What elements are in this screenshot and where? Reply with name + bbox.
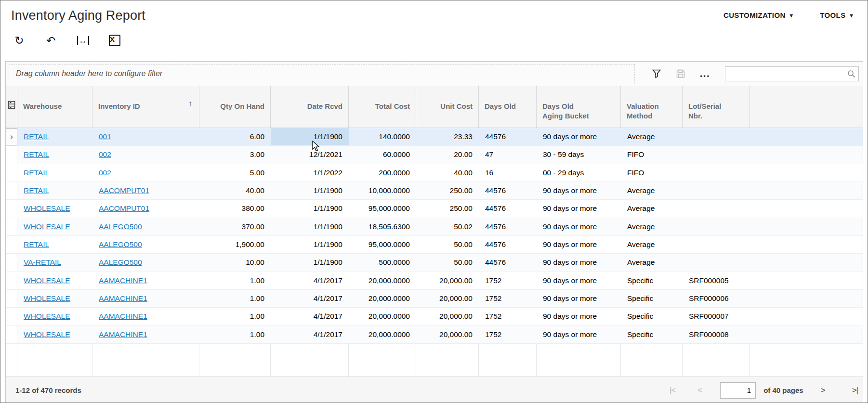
cell-days-old[interactable]: 1752	[479, 308, 537, 325]
cell-date-rcvd[interactable]: 1/1/2022	[271, 164, 349, 182]
cell-qty-on-hand[interactable]: 380.00	[199, 200, 271, 217]
cell-unit-cost[interactable]: 50.00	[416, 254, 479, 271]
cell-date-rcvd[interactable]: 1/1/1900	[271, 128, 349, 145]
cell-date-rcvd[interactable]: 1/1/1900	[271, 218, 349, 235]
cell-warehouse[interactable]: WHOLESALE	[17, 308, 92, 325]
cell-lot-serial[interactable]	[683, 146, 750, 163]
cell-total-cost[interactable]: 18,505.6300	[349, 218, 416, 235]
warehouse-link[interactable]: WHOLESALE	[24, 330, 70, 338]
cell-days-old[interactable]: 44576	[479, 182, 537, 199]
column-header-warehouse[interactable]: Warehouse	[17, 86, 92, 128]
cell-lot-serial[interactable]: SRF000006	[683, 290, 750, 307]
row-selector-cell[interactable]	[6, 308, 17, 325]
cell-inventory-id[interactable]: AAMACHINE1	[92, 290, 199, 307]
inventory-id-link[interactable]: 001	[99, 132, 111, 141]
cell-unit-cost[interactable]: 250.00	[416, 182, 479, 199]
grid-options-button[interactable]: •••	[700, 68, 710, 79]
cell-warehouse[interactable]: WHOLESALE	[17, 200, 92, 217]
customization-menu[interactable]: CUSTOMIZATION ▾	[723, 11, 793, 19]
cell-total-cost[interactable]: 20,000.0000	[349, 272, 416, 289]
cell-qty-on-hand[interactable]: 10.00	[199, 254, 271, 271]
row-selector-cell[interactable]: ›	[6, 128, 17, 145]
cell-aging-bucket[interactable]: 90 days or more	[537, 182, 621, 199]
cell-qty-on-hand[interactable]: 6.00	[199, 128, 271, 145]
cell-date-rcvd[interactable]: 1/1/1900	[271, 254, 349, 271]
cell-total-cost[interactable]: 500.0000	[349, 254, 416, 271]
cell-unit-cost[interactable]: 20.00	[416, 146, 479, 163]
cell-aging-bucket[interactable]: 90 days or more	[537, 290, 621, 307]
cell-aging-bucket[interactable]: 30 - 59 days	[537, 146, 621, 163]
inventory-id-link[interactable]: AACOMPUT01	[99, 204, 149, 212]
cell-inventory-id[interactable]: AALEGO500	[92, 236, 199, 253]
cell-days-old[interactable]: 16	[479, 164, 537, 182]
cell-aging-bucket[interactable]: 90 days or more	[537, 128, 621, 145]
warehouse-link[interactable]: RETAIL	[24, 186, 49, 195]
inventory-id-link[interactable]: AALEGO500	[99, 222, 142, 231]
cell-unit-cost[interactable]: 50.00	[416, 236, 479, 253]
cell-warehouse[interactable]: WHOLESALE	[17, 326, 92, 343]
row-selector-cell[interactable]	[6, 218, 17, 235]
cell-qty-on-hand[interactable]: 1.00	[199, 326, 271, 343]
cell-inventory-id[interactable]: AALEGO500	[92, 218, 199, 235]
inventory-id-link[interactable]: 002	[99, 150, 111, 158]
cell-total-cost[interactable]: 60.0000	[349, 146, 416, 163]
cell-days-old[interactable]: 1752	[479, 326, 537, 343]
cell-lot-serial[interactable]	[683, 182, 750, 199]
inventory-id-link[interactable]: 002	[99, 169, 111, 177]
row-selector-cell[interactable]	[6, 326, 17, 343]
cell-lot-serial[interactable]	[683, 164, 750, 182]
cell-valuation-method[interactable]: Average	[621, 200, 683, 217]
inventory-id-link[interactable]: AACOMPUT01	[99, 186, 149, 195]
cell-valuation-method[interactable]: Average	[621, 182, 683, 199]
cell-total-cost[interactable]: 200.0000	[349, 164, 416, 182]
column-header-lot-serial[interactable]: Lot/SerialNbr.	[683, 86, 750, 128]
cell-valuation-method[interactable]: Specific	[621, 308, 683, 325]
cell-unit-cost[interactable]: 20,000.00	[416, 290, 479, 307]
row-selector-cell[interactable]	[6, 182, 17, 199]
warehouse-link[interactable]: VA-RETAIL	[24, 258, 61, 266]
cell-aging-bucket[interactable]: 90 days or more	[537, 254, 621, 271]
cell-qty-on-hand[interactable]: 1.00	[199, 308, 271, 325]
cell-days-old[interactable]: 1752	[479, 290, 537, 307]
cell-warehouse[interactable]: RETAIL	[17, 164, 92, 182]
inventory-id-link[interactable]: AALEGO500	[99, 240, 142, 248]
cell-aging-bucket[interactable]: 90 days or more	[537, 272, 621, 289]
column-header-days-old[interactable]: Days Old	[479, 86, 537, 128]
cell-date-rcvd[interactable]: 1/1/1900	[271, 236, 349, 253]
cell-total-cost[interactable]: 20,000.0000	[349, 290, 416, 307]
cell-date-rcvd[interactable]: 4/1/2017	[271, 326, 349, 343]
cell-lot-serial[interactable]	[683, 254, 750, 271]
cell-qty-on-hand[interactable]: 5.00	[199, 164, 271, 182]
cell-warehouse[interactable]: WHOLESALE	[17, 218, 92, 235]
warehouse-link[interactable]: WHOLESALE	[24, 204, 70, 212]
cell-days-old[interactable]: 1752	[479, 272, 537, 289]
cell-lot-serial[interactable]	[683, 218, 750, 235]
cell-unit-cost[interactable]: 20,000.00	[416, 326, 479, 343]
cell-lot-serial[interactable]: SRF000007	[683, 308, 750, 325]
cell-days-old[interactable]: 47	[479, 146, 537, 163]
filter-drop-zone[interactable]: Drag column header here to configure fil…	[9, 64, 635, 83]
cell-date-rcvd[interactable]: 4/1/2017	[271, 308, 349, 325]
cell-total-cost[interactable]: 140.0000	[349, 128, 416, 145]
cell-days-old[interactable]: 44576	[479, 218, 537, 235]
save-filter-button[interactable]	[676, 69, 685, 78]
cell-aging-bucket[interactable]: 90 days or more	[537, 308, 621, 325]
cell-inventory-id[interactable]: AAMACHINE1	[92, 308, 199, 325]
cell-unit-cost[interactable]: 20,000.00	[416, 308, 479, 325]
column-header-unit-cost[interactable]: Unit Cost	[416, 86, 479, 128]
cell-total-cost[interactable]: 10,000.0000	[349, 182, 416, 199]
cell-date-rcvd[interactable]: 12/1/2021	[271, 146, 349, 163]
cell-warehouse[interactable]: RETAIL	[17, 146, 92, 163]
cell-inventory-id[interactable]: 002	[92, 164, 199, 182]
cell-days-old[interactable]: 44576	[479, 254, 537, 271]
row-selector-cell[interactable]	[6, 272, 17, 289]
inventory-id-link[interactable]: AAMACHINE1	[99, 312, 147, 320]
first-page-button[interactable]: |<	[670, 386, 675, 395]
cell-aging-bucket[interactable]: 90 days or more	[537, 218, 621, 235]
cell-warehouse[interactable]: WHOLESALE	[17, 272, 92, 289]
cell-unit-cost[interactable]: 23.33	[416, 128, 479, 145]
undo-button[interactable]: ↶	[45, 35, 57, 46]
tools-menu[interactable]: TOOLS ▾	[820, 11, 853, 19]
cell-lot-serial[interactable]	[683, 128, 750, 145]
cell-valuation-method[interactable]: FIFO	[621, 146, 683, 163]
